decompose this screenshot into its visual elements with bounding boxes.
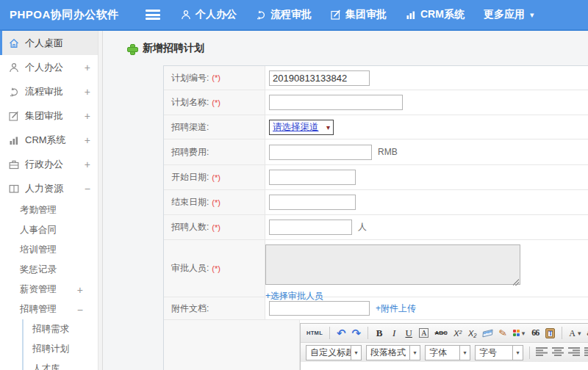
nav-workflow-approval[interactable]: 流程审批	[256, 8, 312, 21]
user-icon	[9, 62, 19, 73]
field-label: 结束日期:	[171, 196, 209, 208]
form-row-start-date: 开始日期: (*)	[164, 165, 588, 190]
expand-icon[interactable]: +	[77, 284, 83, 296]
brush-icon[interactable]: ✎	[495, 325, 509, 341]
sidebar-item-salary[interactable]: 薪资管理 +	[0, 280, 102, 300]
bold-button[interactable]: B	[373, 326, 385, 340]
attachment-upload-link[interactable]: +附件上传	[376, 302, 416, 315]
redo-icon[interactable]: ↷	[351, 326, 363, 340]
align-center-icon[interactable]	[552, 347, 564, 358]
start-date-input[interactable]	[269, 170, 356, 185]
expand-icon[interactable]: +	[85, 86, 90, 98]
subscript-button[interactable]: X₂	[467, 326, 478, 340]
sidebar-item-attendance[interactable]: 考勤管理	[0, 200, 102, 220]
richtext-editor: HTML ↶ ↷ B I U A ABC X² X₂ ✎	[300, 323, 588, 370]
plus-icon	[127, 44, 137, 54]
underline-button[interactable]: U	[403, 326, 415, 340]
collapse-icon[interactable]: −	[85, 183, 90, 195]
form-row-plan-name: 计划名称: (*)	[164, 90, 588, 115]
form-row-fee: 招聘费用: RMB	[164, 139, 588, 165]
field-label: 招聘渠道:	[171, 121, 209, 134]
home-icon	[9, 38, 19, 48]
paste-icon[interactable]: T	[544, 326, 556, 340]
sidebar-item-recruit-plan[interactable]: 招聘计划	[24, 339, 102, 359]
sidebar-item-hr-contract[interactable]: 人事合同	[0, 220, 102, 240]
font-size-select[interactable]: 字号 ▾	[475, 345, 523, 360]
recruit-plan-form: 计划编号: (*) 计划名称: (*) 招聘渠道: 请选择渠道	[163, 65, 588, 370]
italic-button[interactable]: I	[388, 326, 400, 340]
briefcase-icon	[9, 159, 19, 170]
sidebar-item-recruit-demand[interactable]: 招聘需求	[24, 319, 102, 339]
approver-textarea[interactable]	[265, 244, 520, 285]
fee-input[interactable]	[269, 145, 372, 160]
plan-name-input[interactable]	[269, 95, 403, 110]
heading-style-select[interactable]: 自定义标题 ▾	[306, 345, 362, 360]
field-label: 附件文档:	[171, 302, 209, 315]
palette-icon[interactable]: ▾	[512, 326, 527, 340]
required-mark: (*)	[212, 223, 220, 232]
resize-grip-icon[interactable]	[512, 279, 519, 286]
plan-number-input[interactable]	[269, 70, 370, 86]
sidebar-item-crm[interactable]: CRM系统 +	[0, 128, 102, 152]
attachment-input[interactable]	[269, 301, 370, 316]
expand-icon[interactable]: +	[85, 134, 90, 146]
book-icon	[9, 184, 19, 194]
caret-down-icon: ▾	[513, 345, 523, 360]
html-source-button[interactable]: HTML	[305, 326, 324, 340]
sidebar-scrollbar[interactable]	[98, 31, 102, 370]
sidebar: 个人桌面 个人办公 + 流程审批 + 集团审批 + CRM系统 + 行政办公 +…	[0, 31, 103, 370]
field-label: 招聘费用:	[171, 146, 209, 159]
font-family-select[interactable]: 字体 ▾	[425, 345, 470, 360]
caret-down-icon: ▾	[410, 345, 420, 360]
chart-icon	[9, 135, 19, 145]
undo-icon[interactable]: ↶	[335, 326, 348, 340]
page-title: 新增招聘计划	[127, 41, 588, 56]
sidebar-item-personal-office[interactable]: 个人办公 +	[0, 55, 102, 79]
sidebar-item-recruit-mgmt[interactable]: 招聘管理 −	[0, 300, 102, 319]
recruit-submenu: 招聘需求 招聘计划 人才库	[22, 319, 102, 370]
sidebar-item-rewards[interactable]: 奖惩记录	[0, 260, 102, 280]
strikethrough-button[interactable]: ABC	[433, 326, 448, 340]
headcount-input[interactable]	[269, 220, 352, 235]
eraser-icon[interactable]	[481, 326, 494, 340]
headcount-unit: 人	[358, 221, 367, 233]
nav-personal-office[interactable]: 个人办公	[181, 8, 237, 21]
nav-crm[interactable]: CRM系统	[406, 8, 465, 21]
font-color-button[interactable]: A▾	[567, 326, 582, 340]
blockquote-button[interactable]: 66	[529, 326, 541, 340]
editor-toolbar-row2: 自定义标题 ▾ 段落格式 ▾ 字体 ▾ 字号 ▾	[301, 342, 588, 362]
nav-group-approval[interactable]: 集团审批	[331, 8, 387, 21]
sidebar-item-talent-pool[interactable]: 人才库	[24, 359, 102, 370]
align-right-icon[interactable]	[568, 347, 580, 358]
expand-icon[interactable]: +	[85, 159, 90, 170]
char-border-button[interactable]: A	[419, 328, 429, 338]
highlight-button[interactable]: ab▾	[586, 326, 588, 340]
editor-content-area[interactable]	[301, 362, 588, 370]
expand-icon[interactable]: +	[85, 110, 90, 122]
edit-icon	[9, 111, 19, 121]
paragraph-format-select[interactable]: 段落格式 ▾	[366, 345, 420, 360]
caret-down-icon: ▾	[460, 345, 470, 360]
sidebar-item-desktop[interactable]: 个人桌面	[0, 31, 102, 55]
sidebar-item-training[interactable]: 培训管理	[0, 240, 102, 260]
sidebar-item-hr[interactable]: 人力资源 −	[0, 176, 102, 200]
nav-more-apps[interactable]: 更多应用 ▾	[484, 8, 534, 21]
form-row-headcount: 招聘人数: (*) 人	[164, 215, 588, 240]
top-bar: PHPOA协同办公软件 个人办公 流程审批 集团审批 CRM系统 更多应用 ▾	[0, 0, 588, 31]
channel-select[interactable]: 请选择渠道 ▾	[269, 120, 334, 135]
form-row-approvers: 审批人员: (*) +选择审批人员	[164, 240, 588, 297]
top-nav: 个人办公 流程审批 集团审批 CRM系统 更多应用 ▾	[181, 8, 553, 21]
sidebar-item-admin-office[interactable]: 行政办公 +	[0, 152, 102, 176]
menu-icon[interactable]	[146, 10, 160, 20]
collapse-icon[interactable]: −	[77, 304, 83, 316]
field-label: 计划编号:	[171, 72, 209, 84]
align-justify-icon[interactable]	[584, 347, 588, 358]
expand-icon[interactable]: +	[85, 62, 90, 73]
sidebar-item-workflow-approval[interactable]: 流程审批 +	[0, 79, 102, 104]
end-date-input[interactable]	[269, 195, 356, 210]
flow-icon	[256, 10, 266, 20]
chart-icon	[406, 10, 416, 20]
align-left-icon[interactable]	[536, 347, 548, 358]
superscript-button[interactable]: X²	[452, 326, 464, 340]
sidebar-item-group-approval[interactable]: 集团审批 +	[0, 104, 102, 128]
